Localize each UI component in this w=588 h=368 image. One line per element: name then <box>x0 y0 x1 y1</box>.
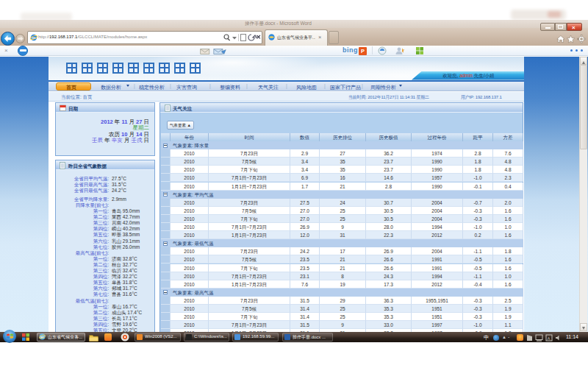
svg-text:A: A <box>548 336 551 340</box>
